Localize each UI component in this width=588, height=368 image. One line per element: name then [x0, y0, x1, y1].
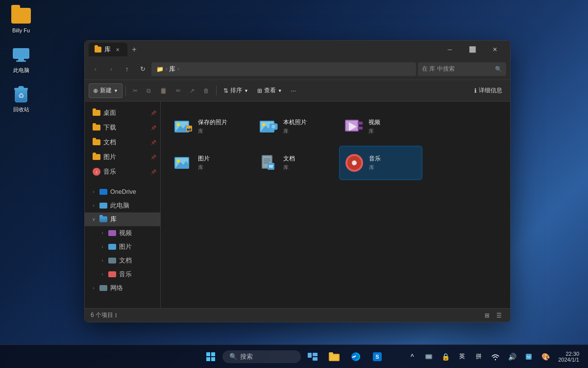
file-item-saved-photos[interactable]: 📷 保存的照片 库: [169, 109, 252, 144]
svg-point-27: [177, 159, 180, 162]
address-bar-row: ‹ › ↑ ↻ 📁 › 库 › 在 库 中搜索 🔍: [85, 58, 510, 80]
tray-lang2[interactable]: 拼: [472, 347, 486, 367]
sidebar-label: 库: [110, 215, 117, 224]
details-label: 详细信息: [479, 86, 502, 95]
more-button[interactable]: ···: [287, 83, 300, 98]
delete-button[interactable]: 🗑: [199, 83, 213, 98]
explorer-window: 库 ✕ + ─ ⬜ ✕ ‹ › ↑ ↻ 📁 › 库 › 在 库 中搜索 🔍 ⊕ …: [84, 40, 511, 322]
folder-icon: [11, 6, 31, 26]
file-item-info: 图片 库: [198, 155, 210, 171]
sidebar-label: 文档: [103, 138, 116, 147]
tab-folder-icon: [95, 47, 101, 53]
pin-icon: 📌: [150, 110, 156, 116]
tray-unknown1[interactable]: [422, 347, 436, 367]
file-item-info: 本机照片 库: [283, 118, 307, 135]
window-controls: ─ ⬜ ✕: [439, 41, 506, 58]
taskbar-search[interactable]: 🔍 搜索: [222, 350, 301, 363]
svg-rect-5: [19, 86, 24, 88]
camera-icon: [259, 117, 278, 136]
file-item-video[interactable]: 视频 库: [339, 109, 422, 144]
expand-icon: ›: [91, 203, 97, 209]
tray-unknown4[interactable]: 🎨: [539, 347, 552, 367]
svg-point-16: [262, 123, 265, 126]
close-button[interactable]: ✕: [484, 41, 506, 58]
svg-rect-39: [206, 352, 210, 356]
back-button[interactable]: ‹: [89, 62, 102, 76]
desktop-icon-recycle[interactable]: ♻ 回收站: [4, 82, 38, 115]
svg-rect-22: [358, 122, 363, 125]
copy-button[interactable]: ⧉: [143, 83, 155, 98]
sidebar-item-thispc[interactable]: › 此电脑: [85, 199, 160, 212]
maximize-button[interactable]: ⬜: [461, 41, 484, 58]
paste-button[interactable]: 📋: [156, 83, 171, 98]
svg-rect-53: [426, 355, 431, 358]
rename-button[interactable]: ✏: [172, 83, 185, 98]
sort-button[interactable]: ⇅ 排序 ▼: [220, 83, 252, 98]
new-label: 新建: [100, 86, 112, 95]
new-tab-button[interactable]: +: [127, 43, 141, 56]
sidebar-item-pictures2[interactable]: › 图片: [85, 240, 160, 254]
forward-button[interactable]: ›: [104, 62, 118, 76]
sidebar-item-music[interactable]: ♪ 音乐 📌: [85, 164, 160, 179]
desktop-icon-user-folder[interactable]: Billy Fu: [4, 4, 38, 35]
cut-button[interactable]: ✂: [129, 83, 142, 98]
file-item-documents[interactable]: W 文档 库: [254, 146, 337, 180]
sidebar-item-video[interactable]: › 视频: [85, 226, 160, 240]
tray-wifi[interactable]: [489, 347, 502, 367]
expand-icon: ∨: [91, 216, 97, 222]
sidebar-item-pictures[interactable]: 图片 📌: [85, 150, 160, 164]
sidebar-label: 此电脑: [110, 202, 129, 210]
new-button[interactable]: ⊕ 新建 ▼: [89, 83, 122, 98]
svg-rect-47: [329, 352, 333, 355]
minimize-button[interactable]: ─: [439, 41, 461, 58]
sidebar-item-library[interactable]: ∨ 库: [85, 212, 160, 226]
tray-unknown3[interactable]: M: [522, 347, 536, 367]
refresh-button[interactable]: ↻: [136, 62, 149, 76]
grid-view-button[interactable]: ⊞: [482, 310, 492, 321]
sidebar-item-documents[interactable]: 文档 📌: [85, 135, 160, 150]
taskbar-tray: ^ 🔒 英 拼 🔊 M 🎨: [405, 347, 582, 367]
tray-show-hidden[interactable]: ^: [405, 347, 419, 367]
desktop-icon-label: Billy Fu: [12, 27, 30, 33]
tab-close-button[interactable]: ✕: [114, 46, 122, 53]
share-button[interactable]: ↗: [186, 83, 198, 98]
svg-text:S: S: [375, 354, 379, 360]
sidebar-item-desktop[interactable]: 桌面 📌: [85, 105, 160, 120]
svg-rect-44: [313, 353, 318, 356]
svg-rect-43: [308, 353, 312, 358]
sidebar-label: 音乐: [119, 270, 132, 279]
list-view-button[interactable]: ☰: [493, 310, 504, 321]
search-box[interactable]: 在 库 中搜索 🔍: [418, 62, 506, 76]
svg-point-10: [177, 123, 180, 126]
tray-lang1[interactable]: 英: [455, 347, 469, 367]
sidebar-item-downloads[interactable]: 下载 📌: [85, 120, 160, 135]
file-item-camera[interactable]: 本机照片 库: [254, 109, 337, 144]
taskbar-icon-explorer[interactable]: [324, 347, 344, 367]
tray-volume[interactable]: 🔊: [505, 347, 519, 367]
view-button[interactable]: ⊞ 查看 ▼: [253, 83, 286, 98]
time-display[interactable]: 22:30 2024/1/1: [555, 350, 582, 364]
taskbar-icon-store[interactable]: S: [368, 347, 387, 367]
details-button[interactable]: ℹ 详细信息: [470, 83, 506, 98]
start-button[interactable]: [201, 347, 220, 367]
sidebar-item-network[interactable]: › 网络: [85, 281, 160, 295]
breadcrumb-label: 库: [169, 65, 175, 74]
address-box[interactable]: 📁 › 库 ›: [151, 62, 416, 76]
sidebar-item-documents2[interactable]: › 文档: [85, 254, 160, 267]
sidebar-label: 文档: [119, 257, 132, 265]
expand-icon: ›: [99, 271, 105, 277]
location-icon: 📁: [156, 66, 164, 73]
up-button[interactable]: ↑: [120, 62, 134, 76]
taskbar-icon-task-view[interactable]: [303, 347, 322, 367]
explorer-tab[interactable]: 库 ✕: [89, 43, 127, 56]
taskbar-icon-edge[interactable]: [346, 347, 366, 367]
view-label: 查看: [264, 86, 276, 95]
expand-icon: ›: [91, 189, 97, 195]
sidebar-item-music2[interactable]: › 音乐: [85, 267, 160, 281]
tray-unknown2[interactable]: 🔒: [439, 347, 452, 367]
desktop-icon-this-pc[interactable]: 此电脑: [4, 43, 38, 76]
file-item-music[interactable]: ♪ 音乐 库: [339, 146, 422, 180]
file-item-pictures[interactable]: 图片 库: [169, 146, 252, 180]
search-placeholder: 在 库 中搜索: [422, 65, 455, 73]
sidebar-item-onedrive[interactable]: › OneDrive: [85, 185, 160, 199]
